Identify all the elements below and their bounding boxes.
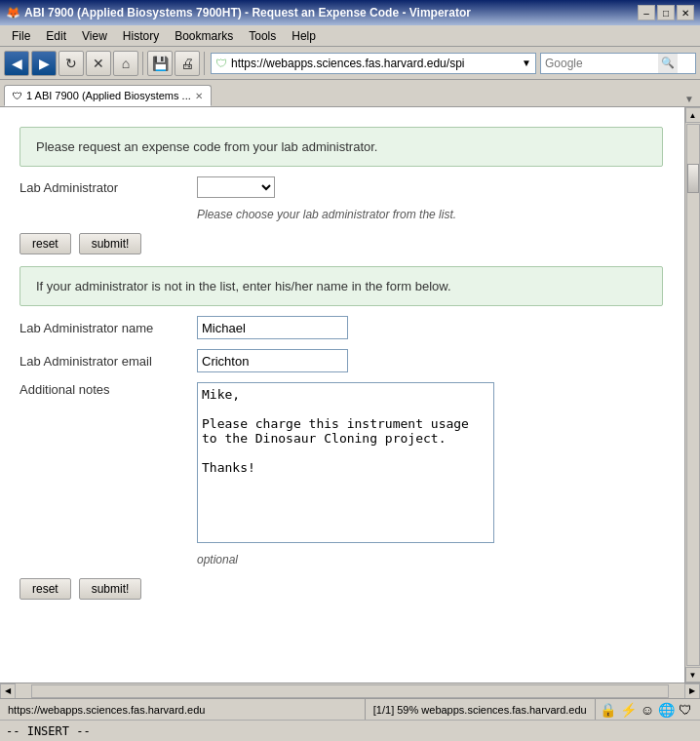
tab-bar: 🛡 1 ABI 7900 (Applied Biosystems ... ✕ ▼	[0, 80, 700, 107]
lab-admin-email-input[interactable]	[197, 349, 348, 372]
page: Please request an expense code from your…	[0, 107, 682, 621]
address-bar[interactable]: 🛡 ▼	[211, 53, 536, 74]
print-button[interactable]: 🖨	[175, 51, 200, 76]
tab-1[interactable]: 🛡 1 ABI 7900 (Applied Biosystems ... ✕	[4, 85, 212, 106]
maximize-button[interactable]: □	[657, 5, 675, 20]
lab-admin-email-label: Lab Administrator email	[19, 354, 185, 369]
window-title: ABI 7900 (Applied Biosystems 7900HT) - R…	[24, 6, 471, 20]
toolbar: ◀ ▶ ↻ ✕ ⌂ 💾 🖨 🛡 ▼ 🔍	[0, 47, 700, 80]
submit-button-1[interactable]: submit!	[79, 233, 142, 254]
scroll-up-button[interactable]: ▲	[685, 107, 701, 123]
tab-list-button[interactable]: ▼	[682, 92, 696, 106]
save-button[interactable]: 💾	[147, 51, 173, 76]
status-icon-smiley: ☺	[641, 702, 654, 718]
separator-2	[204, 52, 205, 75]
scroll-right-button[interactable]: ▶	[684, 683, 700, 699]
vim-status-bar: -- INSERT --	[0, 720, 700, 741]
title-bar-left: 🦊 ABI 7900 (Applied Biosystems 7900HT) -…	[6, 6, 471, 20]
btn-row-1: reset submit!	[19, 233, 663, 254]
menu-tools[interactable]: Tools	[241, 27, 284, 45]
info-box-2-text: If your administrator is not in the list…	[36, 279, 451, 293]
additional-notes-label: Additional notes	[19, 382, 185, 397]
horizontal-scrollbar[interactable]: ◀ ▶	[0, 682, 700, 698]
lab-admin-name-input[interactable]	[197, 316, 348, 339]
home-button[interactable]: ⌂	[113, 51, 138, 76]
content-area: Please request an expense code from your…	[0, 107, 700, 682]
info-box-1: Please request an expense code from your…	[19, 127, 663, 167]
lab-admin-row: Lab Administrator	[19, 176, 663, 198]
reload-button[interactable]: ↻	[58, 51, 84, 76]
minimize-button[interactable]: –	[638, 5, 655, 20]
lab-admin-email-row: Lab Administrator email	[19, 349, 663, 372]
lab-admin-name-label: Lab Administrator name	[19, 321, 185, 335]
additional-notes-optional: optional	[197, 553, 663, 566]
menu-history[interactable]: History	[115, 27, 167, 45]
scroll-left-button[interactable]: ◀	[0, 683, 16, 699]
browser-icon: 🦊	[6, 6, 20, 20]
tab-close-button[interactable]: ✕	[195, 91, 203, 101]
status-icon-globe: 🌐	[658, 702, 675, 718]
lab-admin-label: Lab Administrator	[19, 180, 185, 195]
menu-view[interactable]: View	[74, 27, 115, 45]
status-right: 🔒 ⚡ ☺ 🌐 🛡	[596, 702, 696, 718]
status-icon-lightning: ⚡	[620, 702, 637, 718]
btn-row-2: reset submit!	[19, 578, 663, 600]
status-bar: https://webapps.sciences.fas.harvard.edu…	[0, 698, 700, 720]
info-box-1-text: Please request an expense code from your…	[36, 139, 377, 154]
menu-bar: File Edit View History Bookmarks Tools H…	[0, 25, 700, 47]
window-controls: – □ ✕	[638, 5, 694, 20]
menu-edit[interactable]: Edit	[38, 27, 74, 45]
main-content: Please request an expense code from your…	[0, 107, 684, 682]
submit-button-2[interactable]: submit!	[79, 578, 142, 600]
scroll-down-button[interactable]: ▼	[685, 667, 701, 682]
reset-button-2[interactable]: reset	[19, 578, 71, 600]
back-button[interactable]: ◀	[4, 51, 29, 76]
close-button[interactable]: ✕	[677, 5, 694, 20]
menu-help[interactable]: Help	[284, 27, 324, 45]
scroll-h-track[interactable]	[31, 684, 669, 698]
forward-button[interactable]: ▶	[31, 51, 57, 76]
status-url: https://webapps.sciences.fas.harvard.edu	[4, 699, 366, 720]
info-box-2: If your administrator is not in the list…	[19, 266, 663, 306]
vim-mode: -- INSERT --	[6, 724, 91, 738]
status-icon-shield: 🛡	[679, 702, 692, 718]
menu-file[interactable]: File	[4, 27, 38, 45]
additional-notes-textarea[interactable]: Mike, Please charge this instrument usag…	[197, 382, 494, 543]
tab-label: 1 ABI 7900 (Applied Biosystems ...	[26, 90, 191, 101]
search-input[interactable]	[541, 57, 658, 70]
address-dropdown-icon[interactable]: ▼	[522, 58, 531, 68]
status-info: [1/1] 59% webapps.sciences.fas.harvard.e…	[366, 699, 596, 720]
scroll-track[interactable]	[686, 124, 700, 666]
additional-notes-row: Additional notes Mike, Please charge thi…	[19, 382, 663, 543]
tab-bar-right: ▼	[682, 92, 696, 106]
address-lock-icon: 🛡	[215, 57, 227, 70]
search-bar[interactable]: 🔍	[540, 53, 696, 74]
tab-favicon: 🛡	[13, 91, 22, 101]
title-bar: 🦊 ABI 7900 (Applied Biosystems 7900HT) -…	[0, 0, 700, 25]
address-input[interactable]	[231, 57, 518, 70]
menu-bookmarks[interactable]: Bookmarks	[167, 27, 241, 45]
lab-admin-select[interactable]	[197, 176, 275, 198]
scroll-thumb[interactable]	[687, 164, 699, 193]
separator-1	[142, 52, 143, 75]
status-icon-lock: 🔒	[600, 702, 616, 718]
lab-admin-hint: Please choose your lab administrator fro…	[197, 208, 663, 221]
vertical-scrollbar[interactable]: ▲ ▼	[684, 107, 700, 682]
stop-button[interactable]: ✕	[86, 51, 111, 76]
search-button[interactable]: 🔍	[658, 54, 678, 73]
lab-admin-name-row: Lab Administrator name	[19, 316, 663, 339]
reset-button-1[interactable]: reset	[19, 233, 71, 254]
